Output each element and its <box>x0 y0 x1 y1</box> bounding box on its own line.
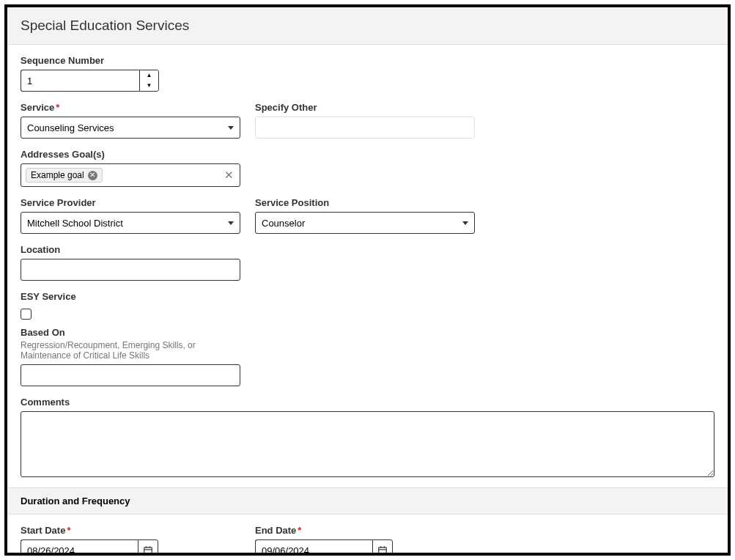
tag-group: Example goal ✕ <box>26 168 103 183</box>
page-title: Special Education Services <box>21 18 714 34</box>
sequence-number-stepper[interactable]: ▲ ▼ <box>21 70 159 92</box>
spinner-controls: ▲ ▼ <box>139 70 159 92</box>
chevron-down-icon <box>462 221 468 225</box>
field-start-date: Start Date* <box>21 525 240 556</box>
field-addresses-goals: Addresses Goal(s) Example goal ✕ ✕ <box>21 149 240 187</box>
field-service-position: Service Position Counselor <box>255 197 475 234</box>
service-provider-select[interactable]: Mitchell School District <box>21 212 240 234</box>
required-mark: * <box>67 525 70 536</box>
field-service: Service* Counseling Services <box>21 102 240 139</box>
based-on-label: Based On <box>21 327 240 338</box>
field-sequence-number: Sequence Number ▲ ▼ <box>21 55 159 92</box>
field-comments: Comments <box>21 397 714 477</box>
service-position-select[interactable]: Counselor <box>255 212 475 234</box>
field-location: Location <box>21 244 240 281</box>
end-date-input[interactable] <box>255 539 372 556</box>
comments-textarea[interactable] <box>21 411 714 477</box>
svg-rect-0 <box>144 548 152 554</box>
addresses-goals-input[interactable]: Example goal ✕ ✕ <box>21 163 240 187</box>
decrement-button[interactable]: ▼ <box>140 81 158 91</box>
panel-header: Special Education Services <box>7 7 728 45</box>
location-input[interactable] <box>21 259 240 281</box>
comments-label: Comments <box>21 397 714 408</box>
increment-button[interactable]: ▲ <box>140 70 158 81</box>
service-value: Counseling Services <box>27 122 114 133</box>
service-select[interactable]: Counseling Services <box>21 117 240 139</box>
service-provider-value: Mitchell School District <box>27 218 123 229</box>
section-duration-frequency: Duration and Frequency <box>7 487 728 515</box>
service-position-value: Counselor <box>262 218 305 229</box>
sequence-number-input[interactable] <box>21 70 139 92</box>
chevron-down-icon <box>228 126 234 130</box>
location-label: Location <box>21 244 240 255</box>
field-end-date: End Date* <box>255 525 475 556</box>
end-date-label: End Date* <box>255 525 475 536</box>
caret-up-icon: ▲ <box>147 73 152 78</box>
service-provider-label: Service Provider <box>21 197 240 208</box>
start-date-input[interactable] <box>21 539 138 556</box>
addresses-goals-label: Addresses Goal(s) <box>21 149 240 160</box>
field-specify-other: Specify Other <box>255 102 475 139</box>
specify-other-input[interactable] <box>255 117 475 139</box>
field-esy: ESY Service <box>21 291 76 320</box>
required-mark: * <box>56 102 59 113</box>
calendar-icon <box>143 545 153 556</box>
goal-chip-label: Example goal <box>31 170 84 180</box>
based-on-help: Regression/Recoupment, Emerging Skills, … <box>21 340 240 361</box>
calendar-icon <box>377 545 388 556</box>
field-based-on: Based On Regression/Recoupment, Emerging… <box>21 327 240 386</box>
esy-label: ESY Service <box>21 291 76 302</box>
start-date-wrap <box>21 539 240 556</box>
start-date-label: Start Date* <box>21 525 240 536</box>
end-date-wrap <box>255 539 475 556</box>
goal-chip: Example goal ✕ <box>26 168 103 183</box>
end-date-picker-button[interactable] <box>372 539 393 556</box>
chevron-down-icon <box>228 221 234 225</box>
field-service-provider: Service Provider Mitchell School Distric… <box>21 197 240 234</box>
sequence-number-label: Sequence Number <box>21 55 159 66</box>
clear-all-icon[interactable]: ✕ <box>223 169 235 182</box>
start-date-picker-button[interactable] <box>138 539 158 556</box>
service-label: Service* <box>21 102 240 113</box>
caret-down-icon: ▼ <box>147 83 152 89</box>
based-on-input[interactable] <box>21 364 240 386</box>
specify-other-label: Specify Other <box>255 102 475 113</box>
svg-rect-4 <box>379 548 387 554</box>
form-panel: Special Education Services Sequence Numb… <box>4 4 731 556</box>
service-position-label: Service Position <box>255 197 475 208</box>
form-body: Sequence Number ▲ ▼ Service* Counseling … <box>7 45 728 556</box>
required-mark: * <box>298 525 301 536</box>
esy-checkbox[interactable] <box>21 309 32 320</box>
remove-chip-icon[interactable]: ✕ <box>88 171 97 180</box>
